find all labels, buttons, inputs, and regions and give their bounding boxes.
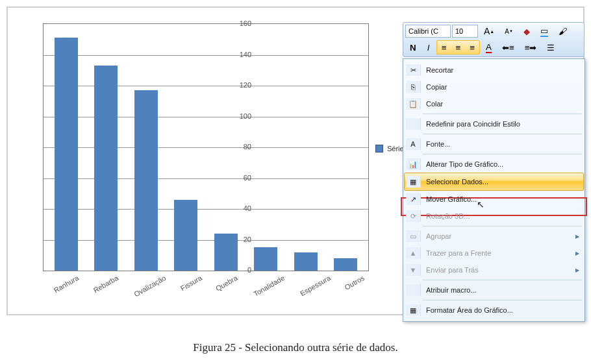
- font-name-combo[interactable]: [405, 25, 451, 38]
- context-menu-item-font[interactable]: AFonte...: [405, 136, 583, 152]
- italic-button[interactable]: I: [422, 41, 435, 54]
- chart-bar[interactable]: [134, 90, 158, 271]
- chart-bar[interactable]: [174, 200, 197, 271]
- context-menu-label: Formatar Área do Gráfico...: [426, 306, 574, 314]
- group-icon: ▭: [406, 230, 421, 242]
- context-menu-item-cut[interactable]: ✂Recortar: [405, 62, 583, 79]
- y-axis-tick-label: 60: [225, 174, 251, 182]
- font-size-combo[interactable]: [452, 25, 478, 38]
- x-axis-tick-label: Fissura: [179, 274, 203, 292]
- context-menu-item-seldata[interactable]: ▦Selecionar Dados...: [404, 173, 584, 191]
- y-axis-tick-label: 40: [225, 204, 251, 212]
- grow-font-button[interactable]: A▲: [479, 25, 499, 38]
- context-menu-label: Copiar: [426, 83, 574, 91]
- context-menu-label: Trazer para a Frente: [426, 249, 574, 257]
- y-axis-tick-label: 80: [225, 143, 251, 151]
- chart-bars[interactable]: [44, 24, 368, 271]
- y-axis-tick-label: 20: [225, 236, 251, 243]
- context-menu-item-macro[interactable]: Atribuir macro...: [405, 282, 583, 298]
- context-menu-item-ctype[interactable]: 📊Alterar Tipo de Gráfico...: [405, 156, 583, 173]
- context-menu-label: Redefinir para Coincidir Estilo: [426, 120, 574, 128]
- paste-icon: 📋: [406, 98, 421, 110]
- context-menu-item-back: ▼Enviar para Trás: [405, 261, 583, 278]
- context-menu-item-paste[interactable]: 📋Colar: [405, 95, 583, 112]
- back-icon: ▼: [406, 264, 421, 276]
- context-menu-label: Mover Gráfico...: [426, 195, 574, 203]
- scissors-icon: ✂: [406, 64, 421, 76]
- mini-format-toolbar: A▲ A▼ ◆ ▭ 🖌 N I ≡ ≡ ≡ A ⬅≡ ≡➡ ☰: [403, 22, 585, 57]
- increase-indent-button[interactable]: ≡➡: [520, 41, 542, 54]
- seldata-icon: ▦: [406, 176, 421, 188]
- font-icon: A: [406, 138, 421, 150]
- context-menu-separator: [423, 134, 582, 134]
- x-axis-tick-label: Quebra: [214, 274, 239, 293]
- x-axis-tick-label: Espessura: [299, 274, 332, 297]
- align-center-button[interactable]: ≡: [451, 41, 465, 54]
- context-menu-item-move[interactable]: ↗Mover Gráfico...: [405, 191, 583, 208]
- chart-bar[interactable]: [55, 38, 78, 271]
- legend-label: Série: [387, 145, 404, 152]
- shrink-font-button[interactable]: A▼: [500, 25, 518, 38]
- move-icon: ↗: [406, 193, 421, 205]
- rot3d-icon: ⟳: [406, 210, 421, 222]
- x-axis-tick-label: Ranhura: [53, 274, 81, 294]
- align-left-button[interactable]: ≡: [437, 41, 451, 54]
- y-axis-tick-label: 120: [225, 81, 251, 89]
- context-menu-separator: [423, 226, 582, 226]
- context-menu-label: Fonte...: [426, 140, 574, 148]
- chart-legend[interactable]: Série: [375, 145, 404, 152]
- context-menu-label: Rotação 3D...: [426, 212, 574, 220]
- context-menu-label: Enviar para Trás: [426, 266, 574, 274]
- context-menu: ✂Recortar⎘Copiar📋ColarRedefinir para Coi…: [403, 58, 585, 322]
- context-menu-item-group: ▭Agrupar: [405, 228, 583, 245]
- blank-icon: [406, 284, 421, 296]
- x-axis-tick-label: Ovalização: [133, 274, 168, 298]
- bold-button[interactable]: N: [405, 41, 421, 54]
- chart-icon: 📊: [406, 158, 421, 170]
- blank-icon: [406, 118, 421, 130]
- chart-bar[interactable]: [94, 66, 118, 271]
- context-menu-label: Colar: [426, 100, 574, 108]
- context-menu-label: Agrupar: [426, 232, 574, 240]
- y-axis-tick-label: 160: [225, 19, 251, 27]
- x-axis-tick-label: Rebarba: [92, 274, 120, 294]
- decrease-indent-button[interactable]: ⬅≡: [497, 41, 519, 54]
- context-menu-label: Selecionar Dados...: [426, 178, 574, 186]
- context-menu-separator: [423, 114, 582, 114]
- align-right-button[interactable]: ≡: [465, 41, 479, 54]
- context-menu-item-front: ▲Trazer para a Frente: [405, 245, 583, 261]
- chart-plot-area[interactable]: [43, 23, 369, 271]
- context-menu-item-copy[interactable]: ⎘Copiar: [405, 79, 583, 95]
- chart-bar[interactable]: [254, 247, 277, 271]
- x-axis-tick-label: Outros: [343, 274, 366, 291]
- y-axis-tick-label: 140: [225, 51, 251, 58]
- context-menu-separator: [423, 280, 582, 280]
- figure-caption: Figura 25 - Selecionando outra série de …: [0, 341, 591, 354]
- chart-frame[interactable]: 020406080100120140160 RanhuraRebarbaOval…: [6, 6, 585, 315]
- front-icon: ▲: [406, 247, 421, 259]
- context-menu-item-format[interactable]: ▦Formatar Área do Gráfico...: [405, 302, 583, 319]
- context-menu-label: Alterar Tipo de Gráfico...: [426, 160, 574, 168]
- context-menu-label: Atribuir macro...: [426, 286, 574, 294]
- context-menu-label: Recortar: [426, 66, 574, 74]
- fill-color-button[interactable]: ◆: [519, 25, 534, 38]
- y-axis-tick-label: 100: [225, 112, 251, 120]
- context-menu-item-reset[interactable]: Redefinir para Coincidir Estilo: [405, 115, 583, 132]
- fmt-icon: ▦: [406, 304, 421, 316]
- format-painter-button[interactable]: 🖌: [554, 25, 572, 38]
- context-menu-separator: [423, 154, 582, 154]
- context-menu-item-rot3d: ⟳Rotação 3D...: [405, 208, 583, 224]
- chart-bar[interactable]: [294, 252, 318, 271]
- bullets-button[interactable]: ☰: [542, 41, 559, 54]
- context-menu-separator: [423, 300, 582, 300]
- chart-bar[interactable]: [334, 258, 357, 271]
- x-axis-tick-label: Tonalidade: [252, 274, 286, 298]
- y-axis-tick-label: 0: [225, 266, 251, 274]
- font-color-button[interactable]: A: [481, 41, 496, 54]
- copy-icon: ⎘: [406, 81, 421, 93]
- border-color-button[interactable]: ▭: [536, 25, 553, 38]
- legend-swatch: [375, 145, 383, 152]
